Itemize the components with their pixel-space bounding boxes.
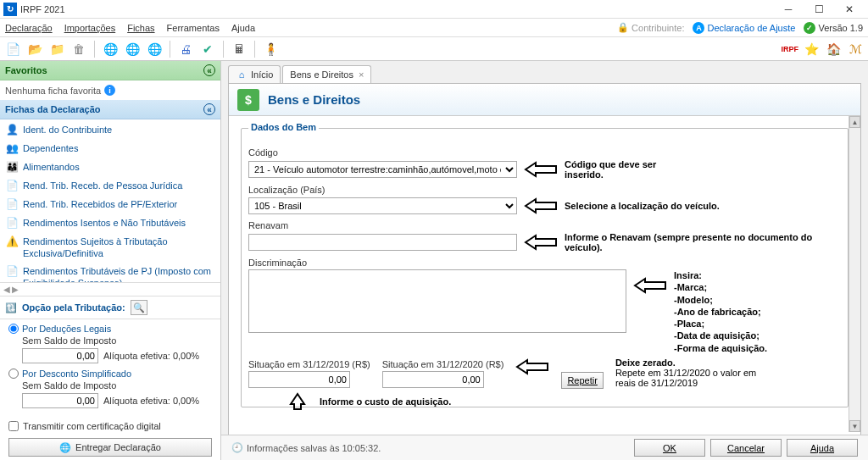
- irpf-icon[interactable]: IRPF: [781, 40, 798, 58]
- menu-ajuda[interactable]: Ajuda: [231, 23, 255, 33]
- star-icon[interactable]: ⭐: [802, 40, 821, 58]
- app-icon: ↻: [3, 3, 17, 16]
- opt-deducoes-label: Por Deduções Legais: [22, 324, 111, 334]
- toolbar: 📄 📂 📁 🗑 🌐 🌐 🌐 🖨 ✔ 🖩 🧍 IRPF ⭐ 🏠 ℳ: [0, 37, 868, 61]
- codigo-label: Código: [248, 147, 841, 158]
- opt-simplificado-label: Por Desconto Simplificado: [22, 369, 131, 379]
- renavam-input[interactable]: [248, 234, 517, 251]
- ficha-list: 👤Ident. do Contribuinte 👥Dependentes 👨‍👩…: [0, 119, 220, 282]
- sit2020-input[interactable]: [382, 371, 484, 388]
- search-button[interactable]: 🔍: [131, 300, 147, 315]
- info-icon[interactable]: i: [104, 85, 115, 96]
- chevron-up-icon[interactable]: «: [203, 103, 215, 115]
- sidebar: Favoritos « Nenhuma ficha favorita i Fic…: [0, 61, 221, 460]
- misc-icon[interactable]: ℳ: [846, 40, 865, 58]
- print-icon[interactable]: 🖨: [176, 40, 195, 58]
- annot-discrim: Insira: -Marca; -Modelo; -Ano de fabrica…: [674, 269, 767, 354]
- versao-label: ✓Versão 1.9: [804, 22, 863, 34]
- scrollbar[interactable]: ▲ ▼: [849, 116, 860, 432]
- menubar: Declaração Importações Fichas Ferramenta…: [0, 19, 868, 37]
- ajuda-button[interactable]: Ajuda: [787, 439, 858, 457]
- menu-importacoes[interactable]: Importações: [64, 23, 116, 33]
- sidebar-item-ident[interactable]: 👤Ident. do Contribuinte: [0, 121, 220, 140]
- trash-icon[interactable]: 🗑: [70, 40, 88, 58]
- discrim-label: Discriminação: [248, 258, 841, 268]
- sidebar-item-rend-pf[interactable]: 📄Rend. Trib. Recebidos de PF/Exterior: [0, 196, 220, 214]
- favoritos-header[interactable]: Favoritos «: [0, 61, 220, 80]
- page: $ Bens e Direitos Dados do Bem Código 21…: [228, 83, 861, 460]
- doc-icon: 📄: [5, 217, 19, 230]
- menu-ferramentas[interactable]: Ferramentas: [167, 23, 220, 33]
- tab-inicio[interactable]: ⌂Início: [228, 65, 281, 83]
- annot-codigo: Código que deve ser inserido.: [565, 159, 675, 180]
- menu-declaracao[interactable]: Declaração: [5, 23, 53, 33]
- annot-custo: Informe o custo de aquisição.: [320, 396, 451, 407]
- home-icon[interactable]: 🏠: [824, 40, 843, 58]
- menu-fichas[interactable]: Fichas: [127, 23, 154, 33]
- maximize-button[interactable]: ☐: [804, 1, 834, 18]
- sit2019-input[interactable]: [248, 371, 350, 388]
- new-icon[interactable]: 📄: [3, 40, 22, 58]
- tabs: ⌂Início Bens e Direitos×: [221, 61, 868, 83]
- sidebar-item-dependentes[interactable]: 👥Dependentes: [0, 140, 220, 158]
- sidebar-item-isentos[interactable]: 📄Rendimentos Isentos e Não Tributáveis: [0, 214, 220, 233]
- globe1-icon[interactable]: 🌐: [101, 40, 120, 58]
- val-simplificado-input[interactable]: [22, 393, 98, 408]
- chevron-up-icon[interactable]: «: [203, 64, 215, 76]
- discrim-textarea[interactable]: [248, 269, 626, 333]
- transmitir-label: Transmitir com certificação digital: [23, 421, 161, 431]
- annot-zerado-repete: Deixe zerado. Repete em 31/12/2020 o val…: [615, 357, 768, 388]
- content-area: ⌂Início Bens e Direitos× $ Bens e Direit…: [221, 61, 868, 460]
- sidebar-item-alimentandos[interactable]: 👨‍👩‍👦Alimentandos: [0, 158, 220, 177]
- sit2019-label: Situação em 31/12/2019 (R$): [248, 359, 370, 369]
- sidebar-item-rend-trib-pj[interactable]: 📄Rendimentos Tributáveis de PJ (Imposto …: [0, 263, 220, 282]
- local-select[interactable]: 105 - Brasil: [248, 197, 517, 214]
- arrow-left-icon: [524, 160, 558, 179]
- close-icon[interactable]: ×: [359, 69, 364, 80]
- window-title: IRPF 2021: [20, 4, 65, 14]
- transmitir-checkbox[interactable]: [8, 421, 19, 431]
- radio-simplificado[interactable]: [8, 369, 19, 379]
- globe2-icon[interactable]: 🌐: [123, 40, 142, 58]
- favoritos-empty-text: Nenhuma ficha favorita: [5, 86, 101, 96]
- calc-icon[interactable]: 🖩: [230, 40, 248, 58]
- main-area: Favoritos « Nenhuma ficha favorita i Fic…: [0, 61, 868, 460]
- home-icon: ⌂: [236, 69, 248, 80]
- person-icon: 👤: [5, 124, 19, 137]
- val-deducoes-input[interactable]: [22, 348, 98, 363]
- open-icon[interactable]: 📂: [25, 40, 44, 58]
- section-title: Dados do Bem: [248, 122, 319, 132]
- ok-button[interactable]: OK: [634, 439, 705, 457]
- globe-icon: 🌐: [59, 442, 71, 453]
- scroll-up-icon[interactable]: ▲: [849, 116, 860, 128]
- repetir-button[interactable]: Repetir: [561, 372, 603, 389]
- arrow-left-icon: [524, 233, 558, 252]
- sidebar-item-trib-exclusiva[interactable]: ⚠️Rendimentos Sujeitos à Tributação Excl…: [0, 233, 220, 263]
- check-icon[interactable]: ✔: [198, 40, 217, 58]
- cancelar-button[interactable]: Cancelar: [710, 439, 782, 457]
- sidebar-item-rend-pj[interactable]: 📄Rend. Trib. Receb. de Pessoa Jurídica: [0, 177, 220, 196]
- entregar-button[interactable]: 🌐Entregar Declaração: [8, 438, 212, 457]
- arrow-left-icon: [515, 357, 549, 376]
- tax-options: Por Deduções Legais Sem Saldo de Imposto…: [0, 319, 220, 418]
- minimize-button[interactable]: ─: [773, 1, 804, 18]
- close-doc-icon[interactable]: 📁: [47, 40, 66, 58]
- scroll-down-icon[interactable]: ▼: [849, 420, 860, 432]
- globe3-icon[interactable]: 🌐: [145, 40, 164, 58]
- people-icon: 👥: [5, 142, 19, 156]
- codigo-select[interactable]: 21 - Veículo automotor terrestre:caminhã…: [248, 161, 517, 178]
- opcao-tributacao-header: 🔃 Opção pela Tributação: 🔍: [0, 297, 220, 319]
- close-button[interactable]: ✕: [834, 1, 865, 18]
- arrow-up-icon: [281, 392, 314, 411]
- aliq-simplificado: Alíquota efetiva: 0,00%: [103, 396, 199, 406]
- arrow-left-icon: [633, 276, 667, 295]
- person-icon[interactable]: 🧍: [261, 40, 280, 58]
- nav-arrows[interactable]: ◀▶: [0, 282, 220, 297]
- sub-deducoes: Sem Saldo de Imposto: [22, 335, 212, 346]
- radio-deducoes[interactable]: [8, 324, 19, 334]
- sub-simplificado: Sem Saldo de Imposto: [22, 380, 212, 391]
- annot-renavam: Informe o Renavam (sempre presente no do…: [565, 232, 827, 252]
- fichas-header[interactable]: Fichas da Declaração «: [0, 100, 220, 119]
- aliq-deducoes: Alíquota efetiva: 0,00%: [103, 351, 199, 361]
- tab-bens[interactable]: Bens e Direitos×: [282, 65, 371, 83]
